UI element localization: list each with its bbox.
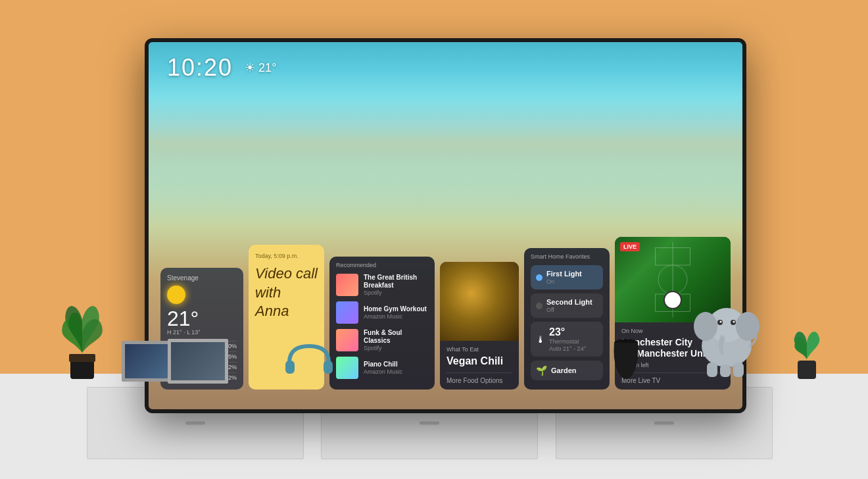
clock-weather: ☀ 21°: [245, 61, 276, 75]
svg-point-11: [694, 312, 717, 341]
smarthome-header: Smart Home Favorites: [531, 253, 603, 260]
drawer-handle: [185, 422, 205, 425]
food-more-button[interactable]: More Food Options: [446, 372, 512, 384]
clock-temp: 21°: [258, 61, 276, 74]
weather-sun-icon: [167, 286, 185, 304]
light-2-status: Off: [546, 307, 592, 313]
music-thumb-2: [336, 301, 358, 324]
widgets-row: Stevenage 21° H 21° · L 13° 2 p.m. 🌥 20°…: [160, 237, 731, 390]
music-source-2: Amazon Music: [364, 313, 428, 320]
music-title-4: Piano Chill: [364, 361, 428, 368]
light-1-status: On: [546, 278, 582, 285]
note-text: Video call with Anna: [255, 265, 318, 321]
headphones: [283, 340, 335, 382]
plant-right: [786, 313, 829, 382]
music-title-3: Funk & Soul Classics: [364, 329, 428, 345]
svg-rect-5: [69, 354, 95, 362]
weather-hi-lo: H 21° · L 13°: [167, 329, 237, 336]
music-source-3: Spotify: [364, 345, 428, 351]
food-image: [440, 262, 519, 341]
room-background: 10:20 ☀ 21° Stevenage 21° H 21° · L 13°: [0, 0, 868, 479]
svg-rect-18: [720, 365, 731, 377]
soccer-ball: [663, 291, 682, 309]
smarthome-light-1[interactable]: First Light On: [531, 265, 603, 290]
svg-point-15: [720, 321, 722, 323]
headphones-svg: [283, 340, 335, 379]
weather-icon: ☀: [245, 61, 255, 74]
photo-frame-1: [122, 341, 173, 382]
garden-icon: 🌱: [536, 365, 547, 376]
svg-rect-20: [798, 361, 816, 379]
plant-left: [56, 280, 108, 382]
thermostat-temp: 23°: [549, 326, 598, 338]
music-item-4[interactable]: Piano Chill Amazon Music: [336, 357, 428, 379]
music-item-3[interactable]: Funk & Soul Classics Spotify: [336, 329, 428, 351]
music-thumb-1: [336, 274, 358, 296]
svg-point-16: [733, 321, 735, 323]
thermostat-icon: 🌡: [536, 334, 545, 345]
vase-svg: [612, 336, 641, 379]
smarthome-light-2[interactable]: Second Light Off: [531, 293, 603, 318]
weather-location: Stevenage: [167, 274, 237, 282]
plant-left-svg: [56, 280, 108, 379]
music-source-4: Amazon Music: [364, 368, 428, 375]
clock-overlay: 10:20 ☀ 21°: [167, 54, 276, 82]
thermostat-label: Thermostat: [549, 338, 598, 345]
music-item-1[interactable]: The Great British Breakfast Spotify: [336, 274, 428, 296]
svg-rect-6: [285, 361, 295, 374]
music-title-2: Home Gym Workout: [364, 305, 428, 313]
tv-screen: 10:20 ☀ 21° Stevenage 21° H 21° · L 13°: [149, 42, 742, 409]
light-1-dot: [536, 274, 542, 281]
music-item-2[interactable]: Home Gym Workout Amazon Music: [336, 301, 428, 324]
music-widget[interactable]: Recommended The Great British Breakfast …: [329, 257, 435, 390]
music-thumb-4: [336, 357, 358, 379]
music-header: Recommended: [336, 262, 428, 268]
smarthome-garden[interactable]: 🌱 Garden: [531, 361, 603, 380]
music-thumb-3: [336, 329, 358, 351]
weather-temp-main: 21°: [167, 308, 237, 329]
svg-rect-19: [733, 363, 744, 377]
food-name: Vegan Chili: [446, 355, 512, 367]
music-source-1: Spotify: [364, 290, 428, 296]
clock-time: 10:20: [167, 54, 233, 82]
plant-right-svg: [786, 313, 829, 379]
elephant-toy: [687, 293, 766, 382]
tv: 10:20 ☀ 21° Stevenage 21° H 21° · L 13°: [145, 38, 746, 413]
light-2-dot: [536, 303, 542, 309]
elephant-svg: [687, 293, 766, 379]
food-header: What To Eat: [446, 346, 512, 353]
thermostat-range: Auto 21° - 24°: [549, 345, 598, 352]
drawer-handle: [654, 422, 674, 425]
note-date: Today, 5:09 p.m.: [255, 253, 318, 259]
garden-name: Garden: [551, 366, 577, 374]
svg-rect-7: [324, 361, 333, 374]
svg-rect-17: [707, 363, 717, 377]
vase: [612, 336, 641, 382]
light-2-name: Second Light: [546, 298, 592, 306]
smarthome-widget[interactable]: Smart Home Favorites First Light On: [524, 248, 610, 390]
music-title-1: The Great British Breakfast: [364, 274, 428, 290]
food-widget[interactable]: What To Eat Vegan Chili More Food Option…: [440, 262, 519, 390]
smarthome-thermostat[interactable]: 🌡 23° Thermostat Auto 21° - 24°: [531, 322, 603, 357]
photo-frame-2: [168, 339, 228, 384]
light-1-name: First Light: [546, 270, 582, 278]
drawer-handle: [420, 422, 439, 425]
